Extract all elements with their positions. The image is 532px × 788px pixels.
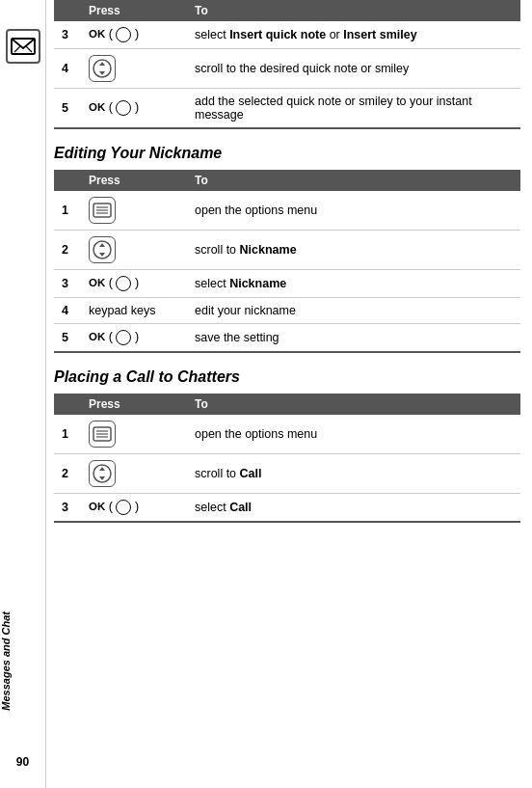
scroll-btn-icon xyxy=(89,55,116,82)
circle-key xyxy=(116,330,131,345)
main-content: Press To 3 OK ( ) select Insert quick no… xyxy=(46,0,532,788)
sidebar: Messages and Chat 90 xyxy=(0,0,46,788)
top-table-header: Press To xyxy=(54,0,520,21)
header-to: To xyxy=(187,394,520,415)
insert-quick-note: Insert quick note xyxy=(229,28,326,41)
header-to: To xyxy=(187,170,520,191)
row-to: scroll to the desired quick note or smil… xyxy=(187,49,520,89)
row-press xyxy=(81,49,187,89)
row-num: 4 xyxy=(54,298,81,324)
insert-smiley: Insert smiley xyxy=(343,28,416,41)
header-press: Press xyxy=(81,394,187,415)
call-label2: Call xyxy=(229,501,252,514)
ok-label: OK xyxy=(89,501,105,512)
messages-icon xyxy=(6,29,40,64)
nickname-label2: Nickname xyxy=(229,277,286,290)
table-row: 5 OK ( ) save the setting xyxy=(54,324,520,353)
svg-marker-5 xyxy=(99,71,105,75)
row-to: select Insert quick note or Insert smile… xyxy=(187,21,520,49)
paren-open: ( xyxy=(109,330,113,343)
row-to: save the setting xyxy=(187,324,520,353)
page-wrapper: Messages and Chat 90 Press To 3 OK ( xyxy=(0,0,532,788)
row-press xyxy=(81,231,187,270)
row-to: open the options menu xyxy=(187,415,520,454)
row-press: OK ( ) xyxy=(81,89,187,129)
table-row: 2 scroll to Nickname xyxy=(54,231,520,270)
row-num: 1 xyxy=(54,191,81,231)
svg-marker-19 xyxy=(99,476,105,480)
section1-title: Editing Your Nickname xyxy=(54,145,520,162)
scroll-btn-icon xyxy=(89,236,116,263)
section1-header: Press To xyxy=(54,170,520,191)
table-row: 3 OK ( ) select Insert quick note or Ins… xyxy=(54,21,520,49)
menu-btn-icon2 xyxy=(89,421,116,448)
menu-btn-icon xyxy=(89,197,116,224)
row-num: 1 xyxy=(54,415,81,454)
header-num xyxy=(54,0,81,21)
circle-key xyxy=(116,500,131,515)
ok-label: OK xyxy=(89,331,105,342)
row-to: add the selected quick note or smiley to… xyxy=(187,89,520,129)
row-press: OK ( ) xyxy=(81,270,187,298)
nickname-label: Nickname xyxy=(240,243,297,257)
row-press: OK ( ) xyxy=(81,324,187,353)
paren-open: ( xyxy=(109,500,113,513)
row-num: 5 xyxy=(54,324,81,353)
row-to: scroll to Nickname xyxy=(187,231,520,270)
circle-key xyxy=(116,27,131,42)
table-row: 4 scroll to the desired quick note or sm… xyxy=(54,49,520,89)
row-num: 2 xyxy=(54,231,81,270)
call-label: Call xyxy=(240,467,262,480)
paren-open: ( xyxy=(109,27,113,41)
paren-close: ) xyxy=(135,27,139,41)
ok-label: OK xyxy=(89,277,105,288)
header-to: To xyxy=(187,0,520,21)
row-press xyxy=(81,415,187,454)
row-press: OK ( ) xyxy=(81,494,187,523)
svg-marker-4 xyxy=(99,62,105,66)
row-num: 3 xyxy=(54,21,81,49)
svg-marker-12 xyxy=(99,253,105,257)
paren-close: ) xyxy=(135,100,139,114)
row-num: 5 xyxy=(54,89,81,129)
row-to: select Nickname xyxy=(187,270,520,298)
header-num xyxy=(54,170,81,191)
section1-table: Press To 1 xyxy=(54,170,520,353)
circle-key xyxy=(116,276,131,291)
table-row: 4 keypad keys edit your nickname xyxy=(54,298,520,324)
row-press: keypad keys xyxy=(81,298,187,324)
table-row: 1 open the options menu xyxy=(54,415,520,454)
circle-key xyxy=(116,100,131,116)
ok-label: OK xyxy=(89,101,105,113)
svg-line-2 xyxy=(26,46,32,52)
row-press: OK ( ) xyxy=(81,21,187,49)
row-to: open the options menu xyxy=(187,191,520,231)
paren-open: ( xyxy=(109,100,113,114)
header-press: Press xyxy=(81,0,187,21)
paren-open: ( xyxy=(109,276,113,289)
table-row: 3 OK ( ) select Call xyxy=(54,494,520,523)
ok-label: OK xyxy=(89,28,105,40)
paren-close: ) xyxy=(135,330,139,343)
row-num: 3 xyxy=(54,494,81,523)
paren-close: ) xyxy=(135,276,139,289)
row-press xyxy=(81,191,187,231)
table-row: 5 OK ( ) add the selected quick note or … xyxy=(54,89,520,129)
section2-header: Press To xyxy=(54,394,520,415)
section2-table: Press To 1 xyxy=(54,394,520,523)
svg-marker-18 xyxy=(99,467,105,471)
row-to: select Call xyxy=(187,494,520,523)
table-row: 3 OK ( ) select Nickname xyxy=(54,270,520,298)
table-row: 2 scroll to Call xyxy=(54,454,520,494)
row-press xyxy=(81,454,187,494)
header-press: Press xyxy=(81,170,187,191)
header-num xyxy=(54,394,81,415)
svg-line-1 xyxy=(14,46,20,52)
row-num: 3 xyxy=(54,270,81,298)
sidebar-label: Messages and Chat xyxy=(0,611,46,711)
row-to: edit your nickname xyxy=(187,298,520,324)
page-number: 90 xyxy=(16,755,29,769)
svg-marker-11 xyxy=(99,243,105,247)
table-row: 1 open the options menu xyxy=(54,191,520,231)
row-num: 2 xyxy=(54,454,81,494)
